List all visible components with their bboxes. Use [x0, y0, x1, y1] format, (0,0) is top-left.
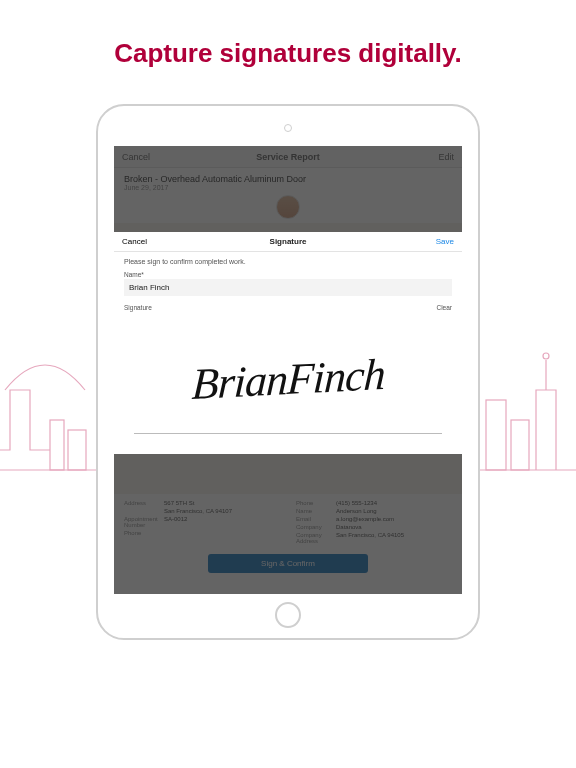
svg-rect-0	[50, 420, 64, 470]
modal-hint: Please sign to confirm completed work.	[124, 258, 452, 265]
name-field[interactable]: Brian Finch	[124, 279, 452, 296]
signature-stroke: BrianFinch	[190, 348, 385, 409]
tablet-screen: Cancel Service Report Edit Broken - Over…	[114, 146, 462, 594]
tablet-frame: Cancel Service Report Edit Broken - Over…	[96, 104, 480, 640]
signature-pad[interactable]: BrianFinch	[124, 314, 452, 444]
svg-rect-3	[511, 420, 529, 470]
signature-baseline	[134, 433, 442, 434]
page-headline: Capture signatures digitally.	[0, 0, 576, 69]
modal-top-bar: Cancel Signature Save	[114, 232, 462, 252]
signature-label: Signature	[124, 304, 152, 311]
modal-title: Signature	[114, 237, 462, 246]
clear-button[interactable]: Clear	[436, 304, 452, 311]
skyline-art-right	[476, 330, 576, 480]
home-button-icon	[275, 602, 301, 628]
svg-rect-2	[486, 400, 506, 470]
signature-modal: Cancel Signature Save Please sign to con…	[114, 232, 462, 454]
camera-icon	[284, 124, 292, 132]
svg-rect-1	[68, 430, 86, 470]
name-label: Name*	[124, 271, 452, 278]
skyline-art-left	[0, 330, 100, 480]
svg-point-4	[543, 353, 549, 359]
